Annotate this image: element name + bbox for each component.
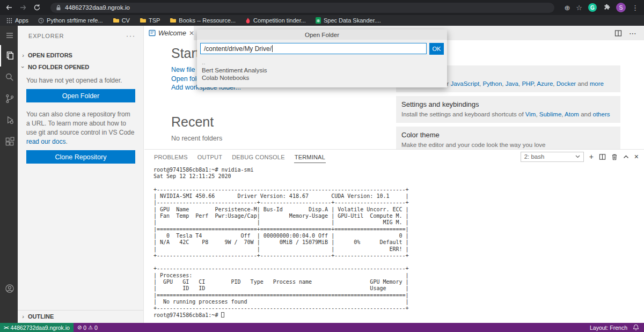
activity-bar xyxy=(0,26,18,323)
chevron-down-icon: › xyxy=(20,64,26,70)
browser-toolbar: 44862732daa9.ngrok.io ⊕ ☆ G S ⋮ xyxy=(0,0,644,15)
bookmark-apps[interactable]: Apps xyxy=(6,17,28,24)
inline-link[interactable]: Docker xyxy=(557,80,576,87)
bookmark-star-icon[interactable]: ☆ xyxy=(576,4,582,11)
box-body: Install the settings and keyboard shortc… xyxy=(401,110,615,119)
maximize-panel-icon[interactable] xyxy=(623,154,629,159)
inline-link[interactable]: Azure xyxy=(537,80,553,87)
status-bar: >< 44862732daa9.ngrok.io ⊘ 0 ⚠ 0 Layout:… xyxy=(0,323,644,332)
customize-box-keybindings[interactable]: Settings and keybindings Install the set… xyxy=(396,96,620,123)
folder-entry[interactable]: Bert Sentiment Analysis xyxy=(202,67,442,75)
sidebar-actions-icon[interactable]: ··· xyxy=(126,32,136,40)
spreadsheet-icon xyxy=(316,17,321,24)
tab-label: Welcome xyxy=(158,29,186,37)
inline-link[interactable]: more xyxy=(590,80,604,87)
folder-entry-parent[interactable]: .. xyxy=(202,58,442,67)
customize-box-color-theme[interactable]: Color theme Make the editor and your cod… xyxy=(396,127,620,149)
install-app-icon[interactable]: ⊕ xyxy=(564,4,570,11)
extensions-icon[interactable] xyxy=(0,131,18,152)
bookmark-item[interactable]: Python strftime refe... xyxy=(38,17,103,24)
open-folder-button[interactable]: Open Folder xyxy=(26,89,135,102)
split-editor-icon[interactable] xyxy=(614,29,622,37)
inline-link[interactable]: Java xyxy=(506,80,518,87)
inline-link[interactable]: others xyxy=(593,111,610,117)
recent-empty-text: No recent folders xyxy=(171,135,241,142)
editor-more-actions-icon[interactable]: ⋯ xyxy=(629,29,636,38)
terminal-text: root@9741586cb8a1:~# nvidia-smi Sat Sep … xyxy=(153,167,409,318)
extensions-puzzle-icon[interactable] xyxy=(603,4,610,11)
inline-link[interactable]: Sublime xyxy=(539,111,562,117)
terminal-cursor xyxy=(221,312,224,318)
run-debug-icon[interactable] xyxy=(0,109,18,131)
tab-debug-console[interactable]: DEBUG CONSOLE xyxy=(231,151,286,163)
account-icon[interactable] xyxy=(0,278,18,299)
box-title: Settings and keybindings xyxy=(401,100,615,108)
source-control-icon[interactable] xyxy=(0,88,18,109)
box-title: Color theme xyxy=(401,131,615,139)
inline-link[interactable]: PHP xyxy=(522,80,533,87)
apps-grid-icon xyxy=(6,18,12,24)
explorer-sidebar: EXPLORER ··· › OPEN EDITORS › NO FOLDER … xyxy=(18,26,144,323)
bookmark-item[interactable]: Spec Data Skander.... xyxy=(316,17,381,24)
reload-icon[interactable] xyxy=(33,4,41,11)
section-no-folder-opened[interactable]: › NO FOLDER OPENED xyxy=(18,61,143,73)
bookmarks-bar: Apps Python strftime refe... CV TSP Book… xyxy=(0,15,644,26)
bookmark-item[interactable]: Books -- Ressource... xyxy=(170,17,236,24)
tab-terminal[interactable]: TERMINAL xyxy=(294,151,326,163)
text-caret xyxy=(272,45,273,52)
inline-link[interactable]: Python xyxy=(482,80,502,87)
terminal-output[interactable]: root@9741586cb8a1:~# nvidia-smi Sat Sep … xyxy=(153,164,642,323)
browser-menu-icon[interactable]: ⋮ xyxy=(632,4,639,11)
folder-icon xyxy=(170,18,176,23)
tab-output[interactable]: OUTPUT xyxy=(197,151,223,163)
remote-indicator[interactable]: >< 44862732daa9.ngrok.io xyxy=(0,323,74,332)
chevron-right-icon: › xyxy=(20,313,26,320)
folder-path-input[interactable]: /content/drive/My Drive/ xyxy=(200,43,427,54)
folder-list: .. Bert Sentiment Analysis Colab Noteboo… xyxy=(197,57,447,84)
grammarly-icon[interactable]: G xyxy=(588,3,597,12)
clone-repository-button[interactable]: Clone Repository xyxy=(26,150,135,164)
chevron-right-icon: › xyxy=(20,52,26,58)
inline-link[interactable]: JavaScript xyxy=(450,80,479,87)
keyboard-layout-status[interactable]: Layout: French xyxy=(590,324,627,331)
url-text: 44862732daa9.ngrok.io xyxy=(65,4,130,11)
notifications-bell-icon[interactable] xyxy=(633,324,639,331)
recent-heading: Recent xyxy=(171,114,241,130)
inline-link[interactable]: Atom xyxy=(565,111,579,117)
clock-icon xyxy=(38,18,44,24)
dialog-title: Open Folder xyxy=(197,29,447,40)
menu-icon[interactable] xyxy=(0,26,18,45)
tab-close-icon[interactable]: ✕ xyxy=(189,29,194,37)
lock-icon xyxy=(56,5,61,11)
close-panel-icon[interactable]: × xyxy=(634,153,639,160)
chevron-down-icon xyxy=(575,155,580,158)
folder-entry[interactable]: Colab Notebooks xyxy=(202,74,442,82)
sidebar-title: EXPLORER xyxy=(28,33,64,39)
welcome-tab-icon xyxy=(149,29,156,36)
tab-welcome[interactable]: Welcome ✕ xyxy=(144,26,194,40)
search-icon[interactable] xyxy=(0,67,18,88)
address-bar[interactable]: 44862732daa9.ngrok.io xyxy=(50,3,554,13)
box-body: Make the editor and your code look the w… xyxy=(401,141,615,149)
split-terminal-icon[interactable] xyxy=(599,153,606,160)
inline-link[interactable]: read our docs xyxy=(26,138,65,145)
new-terminal-icon[interactable]: + xyxy=(589,153,594,160)
bookmark-item[interactable]: TSP xyxy=(140,17,160,24)
back-icon[interactable] xyxy=(5,4,13,11)
forward-icon[interactable] xyxy=(19,4,27,11)
flame-icon xyxy=(245,18,251,24)
section-outline[interactable]: › OUTLINE xyxy=(18,310,143,322)
section-open-editors[interactable]: › OPEN EDITORS xyxy=(18,49,143,61)
tab-problems[interactable]: PROBLEMS xyxy=(153,151,188,163)
bookmark-item[interactable]: CV xyxy=(113,17,130,24)
profile-avatar[interactable]: S xyxy=(616,3,626,12)
remote-icon: >< xyxy=(4,325,9,330)
bookmark-item[interactable]: Competition tinder... xyxy=(245,17,306,24)
kill-terminal-icon[interactable] xyxy=(611,153,618,160)
dialog-ok-button[interactable]: OK xyxy=(429,43,444,55)
inline-link[interactable]: Vim xyxy=(525,111,536,117)
terminal-shell-select[interactable]: 2: bash xyxy=(521,152,584,162)
error-icon: ⊘ xyxy=(77,324,82,330)
explorer-icon[interactable] xyxy=(0,45,18,67)
problems-status[interactable]: ⊘ 0 ⚠ 0 xyxy=(74,324,101,331)
